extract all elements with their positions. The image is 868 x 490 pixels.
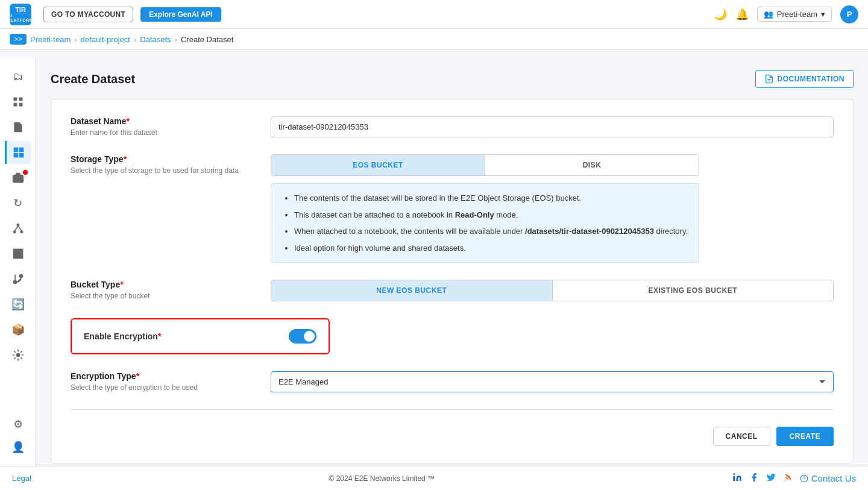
enable-encryption-toggle[interactable] xyxy=(289,329,316,344)
bucket-type-section: Bucket Type* Select the type of bucket N… xyxy=(71,280,834,301)
sidebar-item-settings[interactable]: ⚙ xyxy=(5,413,31,436)
storage-disk-btn[interactable]: DISK xyxy=(485,155,699,175)
breadcrumb-team[interactable]: Preeti-team xyxy=(30,35,71,44)
existing-eos-bucket-btn[interactable]: EXISTING EOS BUCKET xyxy=(553,280,834,301)
storage-eos-bucket-btn[interactable]: EOS BUCKET xyxy=(271,155,485,175)
main-content: Create Dataset DOCUMENTATION Dataset Nam… xyxy=(36,58,868,476)
sidebar-item-box[interactable]: 📦 xyxy=(5,318,31,341)
docs-label: DOCUMENTATION xyxy=(778,75,844,83)
dataset-name-input-col xyxy=(271,116,834,137)
breadcrumb-current: Create Dataset xyxy=(181,35,233,44)
info-point-4: Ideal option for high volume and shared … xyxy=(294,242,688,254)
svg-point-9 xyxy=(17,224,19,226)
sidebar: 🗂 ↻ 🔄 📦 ⚙ 👤 xyxy=(0,58,36,466)
svg-rect-2 xyxy=(13,103,17,107)
dataset-name-section: Dataset Name* Enter name for this datase… xyxy=(71,116,834,137)
chevron-down-icon: ▾ xyxy=(821,10,825,19)
create-button[interactable]: CREATE xyxy=(776,427,834,446)
bucket-type-control-col: NEW EOS BUCKET EXISTING EOS BUCKET xyxy=(271,280,834,301)
contact-us-link[interactable]: Contact Us xyxy=(800,473,856,476)
sidebar-item-plugin[interactable] xyxy=(5,344,31,366)
footer-legal[interactable]: Legal xyxy=(12,474,31,476)
encryption-type-label-col: Encryption Type* Select the type of encr… xyxy=(71,371,251,392)
svg-point-11 xyxy=(20,231,22,233)
sidebar-item-table[interactable] xyxy=(5,242,31,265)
sidebar-item-branch[interactable] xyxy=(5,268,31,291)
bucket-type-sublabel: Select the type of bucket xyxy=(71,292,251,300)
storage-type-toggle: EOS BUCKET DISK xyxy=(271,154,699,176)
encryption-type-section: Encryption Type* Select the type of encr… xyxy=(71,371,834,392)
svg-rect-3 xyxy=(19,103,22,107)
svg-point-21 xyxy=(16,354,19,357)
svg-rect-1 xyxy=(19,98,22,101)
storage-type-label: Storage Type* xyxy=(71,154,251,164)
sidebar-item-folder[interactable]: 🗂 xyxy=(5,65,31,88)
svg-point-24 xyxy=(733,473,735,475)
avatar[interactable]: P xyxy=(840,5,858,24)
layout: 🗂 ↻ 🔄 📦 ⚙ 👤 xyxy=(0,58,868,476)
svg-point-10 xyxy=(13,231,15,233)
rss-icon[interactable] xyxy=(783,473,793,476)
svg-line-13 xyxy=(18,226,22,231)
info-point-2: This dataset can be attached to a notebo… xyxy=(294,209,688,221)
page-title: Create Dataset xyxy=(51,72,135,86)
explore-genai-button[interactable]: Explore GenAI API xyxy=(140,7,221,22)
sidebar-item-document[interactable] xyxy=(5,116,31,139)
form-card: Dataset Name* Enter name for this datase… xyxy=(51,99,854,463)
sidebar-item-nodes[interactable] xyxy=(5,217,31,240)
sidebar-item-refresh[interactable]: 🔄 xyxy=(5,293,31,316)
go-to-myaccount-button[interactable]: GO TO MYACCOUNT xyxy=(43,7,133,22)
svg-rect-0 xyxy=(13,98,17,101)
svg-rect-14 xyxy=(13,250,22,259)
storage-type-control-col: EOS BUCKET DISK The contents of the data… xyxy=(271,154,699,263)
documentation-button[interactable]: DOCUMENTATION xyxy=(755,70,854,88)
new-eos-bucket-btn[interactable]: NEW EOS BUCKET xyxy=(271,280,553,301)
team-selector[interactable]: 👥 Preeti-team ▾ xyxy=(757,7,832,22)
storage-info-box: The contents of the dataset will be stor… xyxy=(271,183,699,263)
top-navbar: TIR AI PLATFORM GO TO MYACCOUNT Explore … xyxy=(0,0,868,29)
svg-rect-6 xyxy=(14,154,18,157)
svg-rect-7 xyxy=(20,154,24,157)
svg-line-12 xyxy=(14,226,18,231)
logo: TIR AI PLATFORM xyxy=(10,4,31,25)
encryption-type-control-col: E2E Managed Customer Managed xyxy=(271,371,834,392)
info-point-3: When attached to a notebook, the content… xyxy=(294,225,688,237)
breadcrumb-project[interactable]: default-project xyxy=(81,35,130,44)
storage-type-label-col: Storage Type* Select the type of storage… xyxy=(71,154,251,175)
bucket-type-label-col: Bucket Type* Select the type of bucket xyxy=(71,280,251,300)
bucket-type-label: Bucket Type* xyxy=(71,280,251,289)
breadcrumb-expand-btn[interactable]: >> xyxy=(10,34,27,45)
divider xyxy=(71,409,834,410)
svg-rect-8 xyxy=(13,175,23,183)
sidebar-item-user[interactable]: 👤 xyxy=(5,436,31,459)
twitter-icon[interactable] xyxy=(766,473,776,476)
page-title-row: Create Dataset DOCUMENTATION xyxy=(51,70,854,88)
dataset-name-sublabel: Enter name for this dataset xyxy=(71,128,251,137)
svg-rect-4 xyxy=(14,148,18,152)
breadcrumb: >> Preeti-team › default-project › Datas… xyxy=(0,29,868,50)
bucket-type-toggle: NEW EOS BUCKET EXISTING EOS BUCKET xyxy=(271,280,834,301)
dataset-name-label-col: Dataset Name* Enter name for this datase… xyxy=(71,116,251,137)
sidebar-item-cycle[interactable]: ↻ xyxy=(5,192,31,215)
sidebar-item-dashboard[interactable] xyxy=(5,90,31,113)
encryption-type-select[interactable]: E2E Managed Customer Managed xyxy=(271,371,834,392)
cancel-button[interactable]: CANCEL xyxy=(713,427,770,446)
notifications-icon[interactable]: 🔔 xyxy=(735,8,749,21)
svg-rect-5 xyxy=(20,148,24,152)
sidebar-item-datasets[interactable] xyxy=(5,141,31,164)
theme-toggle-icon[interactable]: 🌙 xyxy=(714,8,727,21)
dataset-name-input[interactable] xyxy=(271,116,834,137)
storage-type-section: Storage Type* Select the type of storage… xyxy=(71,154,834,263)
footer-copyright: © 2024 E2E Networks Limited ™ xyxy=(329,474,435,476)
breadcrumb-datasets[interactable]: Datasets xyxy=(140,35,171,44)
team-icon: 👥 xyxy=(764,10,773,19)
linkedin-icon[interactable] xyxy=(732,473,742,476)
footer-social: Contact Us xyxy=(732,473,856,476)
footer: Legal © 2024 E2E Networks Limited ™ Cont… xyxy=(0,466,868,476)
contact-icon xyxy=(800,474,808,476)
sidebar-item-toolbox[interactable] xyxy=(5,166,31,189)
encryption-type-label: Encryption Type* xyxy=(71,371,251,381)
facebook-icon[interactable] xyxy=(749,473,759,476)
nav-right: 🌙 🔔 👥 Preeti-team ▾ P xyxy=(714,5,858,24)
svg-point-20 xyxy=(13,281,16,284)
